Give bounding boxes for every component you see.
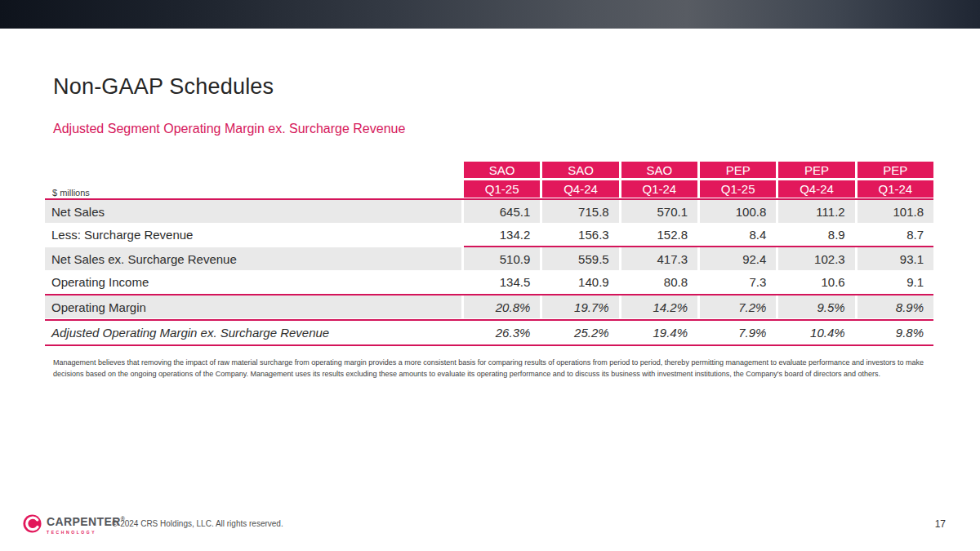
cell-r1-c5: 8.7 <box>858 223 933 246</box>
cell-r2-c4: 102.3 <box>778 247 854 270</box>
table-row-2: Net Sales ex. Surcharge Revenue510.9559.… <box>45 247 933 270</box>
cell-r5-c1: 25.2% <box>542 321 618 344</box>
carpenter-swirl-icon <box>23 514 42 533</box>
non-gaap-table: SAOSAOSAOPEPPEPPEP $ millions Q1-25Q4-24… <box>45 162 933 346</box>
cell-r2-c0: 510.9 <box>464 247 540 270</box>
table-row-3: Operating Income134.5140.980.87.310.69.1 <box>45 270 933 293</box>
cell-r3-c4: 10.6 <box>778 270 854 293</box>
header-period-0: Q1-25 <box>464 180 540 198</box>
page-number: 17 <box>935 518 946 530</box>
cell-r0-c4: 111.2 <box>778 200 854 223</box>
header-group-3: PEP <box>700 162 776 178</box>
table-header-periods: $ millions Q1-25Q4-24Q1-24Q1-25Q4-24Q1-2… <box>45 180 933 198</box>
cell-r0-c1: 715.8 <box>542 200 618 223</box>
table-row-5: Adjusted Operating Margin ex. Surcharge … <box>45 321 933 344</box>
table-divider <box>45 344 933 346</box>
header-period-3: Q1-25 <box>700 180 776 198</box>
company-logo: CARPENTER® TECHNOLOGY <box>23 513 125 535</box>
cell-r5-c5: 9.8% <box>858 321 933 344</box>
row-label: Operating Income <box>45 270 461 293</box>
cell-r3-c2: 80.8 <box>621 270 697 293</box>
cell-r4-c5: 8.9% <box>858 295 933 318</box>
presentation-slide: Non-GAAP Schedules Adjusted Segment Oper… <box>0 0 980 551</box>
row-label: Less: Surcharge Revenue <box>45 223 461 246</box>
header-group-1: SAO <box>542 162 618 178</box>
table-row-1: Less: Surcharge Revenue134.2156.3152.88.… <box>45 223 933 246</box>
cell-r1-c3: 8.4 <box>700 223 776 246</box>
cell-r0-c0: 645.1 <box>464 200 540 223</box>
cell-r1-c0: 134.2 <box>464 223 540 246</box>
units-label: $ millions <box>45 180 461 198</box>
table-header-groups: SAOSAOSAOPEPPEPPEP <box>45 162 933 178</box>
cell-r3-c3: 7.3 <box>700 270 776 293</box>
top-accent-bar <box>0 0 980 29</box>
cell-r2-c2: 417.3 <box>621 247 697 270</box>
header-period-1: Q4-24 <box>542 180 618 198</box>
header-group-0: SAO <box>464 162 540 178</box>
header-period-4: Q4-24 <box>778 180 854 198</box>
row-label: Operating Margin <box>45 295 461 318</box>
cell-r1-c4: 8.9 <box>778 223 854 246</box>
cell-r0-c3: 100.8 <box>700 200 776 223</box>
header-group-2: SAO <box>621 162 697 178</box>
header-spacer <box>45 162 461 178</box>
slide-subtitle: Adjusted Segment Operating Margin ex. Su… <box>53 122 405 136</box>
cell-r0-c2: 570.1 <box>621 200 697 223</box>
footnote-text: Management believes that removing the im… <box>53 358 931 380</box>
cell-r5-c2: 19.4% <box>621 321 697 344</box>
cell-r5-c3: 7.9% <box>700 321 776 344</box>
copyright-text: © 2024 CRS Holdings, LLC. All rights res… <box>112 519 283 528</box>
cell-r4-c2: 14.2% <box>621 295 697 318</box>
table-row-0: Net Sales645.1715.8570.1100.8111.2101.8 <box>45 200 933 223</box>
cell-r2-c3: 92.4 <box>700 247 776 270</box>
row-label: Adjusted Operating Margin ex. Surcharge … <box>45 321 461 344</box>
cell-r0-c5: 101.8 <box>858 200 933 223</box>
row-label: Net Sales <box>45 200 461 223</box>
cell-r3-c0: 134.5 <box>464 270 540 293</box>
header-period-2: Q1-24 <box>621 180 697 198</box>
row-label: Net Sales ex. Surcharge Revenue <box>45 247 461 270</box>
cell-r4-c1: 19.7% <box>542 295 618 318</box>
cell-r2-c5: 93.1 <box>858 247 933 270</box>
header-group-4: PEP <box>778 162 854 178</box>
table-row-4: Operating Margin20.8%19.7%14.2%7.2%9.5%8… <box>45 295 933 318</box>
cell-r4-c3: 7.2% <box>700 295 776 318</box>
cell-r1-c2: 152.8 <box>621 223 697 246</box>
cell-r5-c0: 26.3% <box>464 321 540 344</box>
cell-r2-c1: 559.5 <box>542 247 618 270</box>
cell-r4-c0: 20.8% <box>464 295 540 318</box>
table-body: Net Sales645.1715.8570.1100.8111.2101.8L… <box>45 200 933 346</box>
header-group-5: PEP <box>858 162 933 178</box>
cell-r3-c1: 140.9 <box>542 270 618 293</box>
cell-r1-c1: 156.3 <box>542 223 618 246</box>
cell-r4-c4: 9.5% <box>778 295 854 318</box>
cell-r5-c4: 10.4% <box>778 321 854 344</box>
cell-r3-c5: 9.1 <box>858 270 933 293</box>
header-period-5: Q1-24 <box>858 180 933 198</box>
logo-subtext: TECHNOLOGY <box>47 530 125 535</box>
page-title: Non-GAAP Schedules <box>53 74 274 100</box>
